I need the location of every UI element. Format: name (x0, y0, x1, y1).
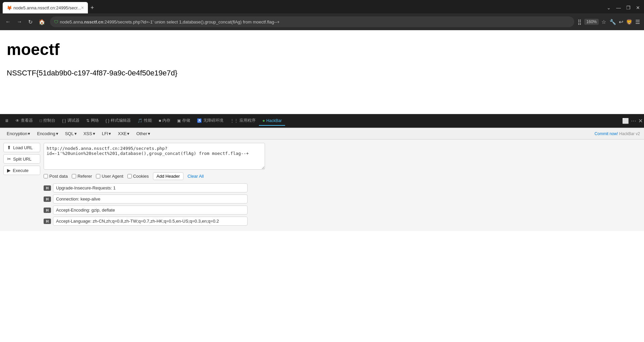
devtools-tabs: 🖥 👁 查看器 □ 控制台 { } 调试器 ⇅ 网络 { } 样式编辑器 🎵 性… (0, 114, 644, 128)
split-url-label: Split URL (13, 157, 32, 162)
toolbar-icons: 🔧 ↩ 🦁 ☰ (609, 19, 640, 25)
reload-button[interactable]: ↻ (27, 17, 34, 26)
devtools-tab-storage[interactable]: ▣ 存储 (174, 116, 194, 126)
add-header-button[interactable]: Add Header (153, 172, 183, 180)
xxe-arrow: ▾ (127, 131, 129, 136)
lfi-label: LFI (102, 131, 108, 136)
restore-button[interactable]: ❐ (625, 4, 632, 12)
referer-checkbox[interactable] (72, 174, 76, 178)
console-label: 控制台 (43, 118, 55, 123)
split-url-button[interactable]: ✂ Split URL (3, 154, 40, 164)
menu-encryption[interactable]: Encryption ▾ (4, 130, 33, 137)
execute-label: Execute (13, 168, 29, 173)
referer-checkbox-label[interactable]: Referer (72, 174, 92, 179)
performance-label: 性能 (144, 118, 152, 123)
cookies-label: Cookies (133, 174, 149, 179)
lfi-arrow: ▾ (109, 131, 111, 136)
header-input-1[interactable] (53, 194, 248, 204)
encoding-label: Encoding (37, 131, 55, 136)
header-badge-2: H (44, 208, 51, 213)
close-button[interactable]: ✕ (635, 4, 641, 12)
console-icon: □ (40, 118, 42, 123)
referer-label: Referer (77, 174, 92, 179)
header-input-0[interactable] (53, 183, 248, 192)
browser-chrome: 🦊 node5.anna.nssctf.cn:24995/secr... × +… (0, 0, 644, 30)
load-url-button[interactable]: ⬆ Load URL (3, 143, 40, 152)
header-row-0: H (44, 183, 641, 192)
header-input-3[interactable] (53, 217, 248, 226)
tab-title: node5.anna.nssctf.cn:24995/secr... (13, 5, 81, 10)
devtools-tab-debugger[interactable]: { } 调试器 (59, 116, 83, 126)
url-input[interactable]: http://node5.anna.nssctf.cn:24995/secret… (44, 143, 265, 170)
devtools-tab-console[interactable]: □ 控制台 (36, 116, 59, 126)
header-badge-3: H (44, 219, 51, 224)
flag-text: NSSCTF{51dab9b0-c197-4f87-9a9c-0e4f50e19… (7, 69, 637, 77)
clear-all-button[interactable]: Clear All (187, 174, 204, 179)
page-title: moectf (7, 40, 637, 59)
dropdown-button[interactable]: ⌄ (605, 4, 612, 12)
other-arrow: ▾ (148, 131, 150, 136)
hackbar-main: http://node5.anna.nssctf.cn:24995/secret… (44, 143, 641, 228)
commit-link[interactable]: Commit now! (595, 131, 618, 136)
sql-label: SQL (65, 131, 74, 136)
new-tab-button[interactable]: + (88, 3, 97, 13)
devtools-tab-style[interactable]: { } 样式编辑器 (102, 116, 134, 126)
hackbar-panel: Encryption ▾ Encoding ▾ SQL ▾ XSS ▾ LFI … (0, 128, 644, 231)
hackbar-options: Post data Referer User Agent Cookies Add… (44, 172, 641, 180)
url-box[interactable]: 🛡 node5.anna.nssctf.cn:24995/secrets.php… (50, 16, 574, 27)
postdata-checkbox[interactable] (44, 174, 48, 178)
url-icons: ⣿ 160% ☆ (578, 19, 606, 25)
hackbar-menu: Encryption ▾ Encoding ▾ SQL ▾ XSS ▾ LFI … (0, 128, 644, 139)
expand-icon[interactable]: ⬜ (622, 118, 629, 124)
devtools-tab-inspector[interactable]: 👁 查看器 (12, 116, 36, 126)
devtools-tab-accessibility[interactable]: ♿ 无障碍环境 (194, 116, 227, 126)
screenshot-icon: 🖥 (5, 118, 9, 123)
cookies-checkbox-label[interactable]: Cookies (127, 174, 149, 179)
load-url-icon: ⬆ (7, 145, 11, 150)
header-badge-0: H (44, 185, 51, 191)
devtools-tab-memory[interactable]: ■ 内存 (155, 116, 174, 126)
devtools-tab-performance[interactable]: 🎵 性能 (134, 116, 155, 126)
menu-encoding[interactable]: Encoding ▾ (34, 130, 61, 137)
hackbar-dot-icon: ● (262, 118, 265, 123)
accessibility-label: 无障碍环境 (203, 118, 223, 123)
zoom-badge: 160% (584, 19, 599, 25)
devtools-tab-application[interactable]: ⋮⋮ 应用程序 (227, 116, 259, 126)
menu-lfi[interactable]: LFI ▾ (99, 130, 114, 137)
inspector-icon: 👁 (15, 118, 19, 123)
home-button[interactable]: 🏠 (37, 17, 47, 26)
more-icon[interactable]: ⋯ (631, 118, 636, 124)
forward-button[interactable]: → (15, 17, 23, 26)
useragent-checkbox[interactable] (96, 174, 100, 178)
devtools-tab-network[interactable]: ⇅ 网络 (83, 116, 102, 126)
menu-xss[interactable]: XSS ▾ (81, 130, 98, 137)
header-row-1: H (44, 194, 641, 204)
back-button[interactable]: ← (4, 17, 12, 26)
storage-label: 存储 (182, 118, 190, 123)
menu-other[interactable]: Other ▾ (133, 130, 153, 137)
useragent-checkbox-label[interactable]: User Agent (96, 174, 123, 179)
active-tab[interactable]: 🦊 node5.anna.nssctf.cn:24995/secr... × (3, 2, 88, 13)
grid-icon: ⣿ (578, 19, 582, 25)
execute-button[interactable]: ▶ Execute (3, 166, 40, 175)
minimize-button[interactable]: — (615, 4, 622, 12)
load-url-label: Load URL (13, 145, 33, 150)
memory-icon: ■ (159, 118, 161, 123)
tab-close-button[interactable]: × (81, 5, 84, 10)
accessibility-icon: ♿ (197, 118, 202, 123)
encoding-arrow: ▾ (56, 131, 58, 136)
hackbar-sidebar: ⬆ Load URL ✂ Split URL ▶ Execute (3, 143, 40, 228)
close-devtools-icon[interactable]: ✕ (638, 118, 643, 124)
storage-icon: ▣ (177, 118, 181, 123)
postdata-checkbox-label[interactable]: Post data (44, 174, 68, 179)
shield-icon: 🛡 (54, 19, 58, 24)
header-row-2: H (44, 206, 641, 215)
devtools-tab-hackbar[interactable]: ● HackBar (259, 116, 285, 126)
url-display: node5.anna.nssctf.cn:24995/secrets.php?i… (60, 19, 570, 24)
cookies-checkbox[interactable] (127, 174, 132, 178)
menu-xxe[interactable]: XXE ▾ (115, 130, 132, 137)
devtools-tab-screenshot[interactable]: 🖥 (1, 116, 12, 126)
tab-bar: 🦊 node5.anna.nssctf.cn:24995/secr... × +… (0, 0, 644, 13)
menu-sql[interactable]: SQL ▾ (62, 130, 79, 137)
header-input-2[interactable] (53, 206, 248, 215)
